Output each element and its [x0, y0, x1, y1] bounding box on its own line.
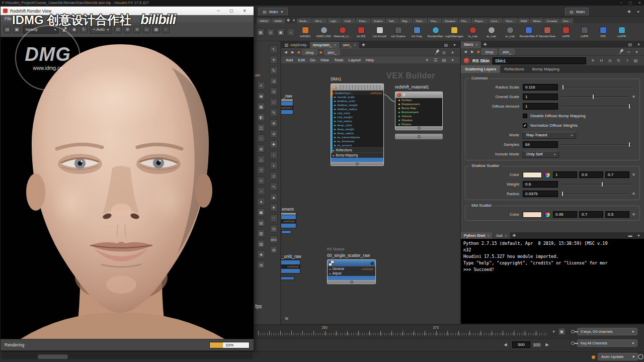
- new-desktop-icon[interactable]: ✚: [625, 8, 633, 16]
- layout-icon[interactable]: ▣: [277, 28, 285, 36]
- network-canvas[interactable]: VEX Builder Skin1 ▸ Scattering L... outC…: [281, 63, 460, 324]
- menu-file[interactable]: File: [5, 15, 12, 22]
- shelf-tab[interactable]: Reds...: [297, 19, 311, 23]
- revert-icon[interactable]: ✳: [632, 95, 635, 99]
- maximize-icon[interactable]: ▢: [629, 0, 632, 6]
- back-icon[interactable]: ◀: [463, 50, 468, 54]
- shelf-tool-ipr[interactable]: IPR: [594, 27, 612, 38]
- viewport-display-icon[interactable]: ◇: [257, 176, 265, 185]
- shelf-tab[interactable]: Ligh...: [328, 19, 341, 23]
- grid-snap-icon[interactable]: ▤: [440, 56, 448, 64]
- viewport-display-icon[interactable]: ◉: [257, 92, 265, 100]
- revert-icon[interactable]: ✳: [632, 212, 635, 217]
- pane-split-icon[interactable]: ▬: [626, 232, 634, 239]
- help-icon[interactable]: ?: [623, 57, 631, 64]
- shelf-tool-or-mat[interactable]: or_mat: [501, 27, 519, 38]
- node-partial-ement-out[interactable]: [281, 230, 291, 234]
- zoom-out-icon[interactable]: ⊖: [133, 26, 141, 33]
- timeline-options-icon[interactable]: ▣: [558, 328, 566, 335]
- pane-menu-icon[interactable]: ▾: [449, 49, 456, 56]
- color-swatch[interactable]: [523, 212, 542, 218]
- shelf-tool-renderman-preset-brow[interactable]: RenderMan Preset Brow...: [519, 27, 538, 38]
- shelf-tool-rs-mat[interactable]: rs_mat: [463, 27, 482, 38]
- param-value-field[interactable]: 1: [523, 103, 558, 110]
- desktop-tab-main[interactable]: ▤ Main ▾: [258, 8, 288, 16]
- new-tab-icon[interactable]: ✚: [481, 41, 489, 48]
- node-footer[interactable]: [328, 280, 375, 284]
- param-tab-bump-mapping[interactable]: Bump Mapping: [528, 65, 564, 73]
- zoom-in-icon[interactable]: ⊕: [124, 26, 131, 33]
- viewport-display-icon[interactable]: ○: [257, 187, 265, 195]
- network-tab-skin[interactable]: skin_ ✕: [340, 42, 360, 48]
- node-title-raw[interactable]: _raw: [283, 94, 292, 99]
- timeline-menu-icon[interactable]: ▾: [550, 328, 557, 335]
- shelf-tab[interactable]: Vell...: [386, 19, 398, 23]
- shelf-tool-haven[interactable]: HAVEN: [296, 27, 314, 38]
- refresh-icon[interactable]: ↻: [80, 26, 88, 33]
- viewport-tool-icon[interactable]: ↕: [270, 151, 278, 159]
- viewport-tool-icon[interactable]: ✚: [270, 140, 278, 148]
- color-component-field[interactable]: 1: [553, 171, 577, 178]
- shelf-tab[interactable]: Visc...: [428, 19, 441, 23]
- viewport-display-icon[interactable]: □: [257, 134, 265, 142]
- menu-item[interactable]: Help: [363, 56, 376, 64]
- step-back-icon[interactable]: ◀: [502, 341, 509, 348]
- close-icon[interactable]: ✕: [334, 43, 336, 47]
- menu-item[interactable]: Add: [283, 56, 295, 64]
- viewport-tool-icon[interactable]: 2: [270, 172, 278, 180]
- viewport-tool-icon[interactable]: ⊙: [270, 87, 278, 96]
- shelf-set-tab[interactable]: ARNO: [257, 19, 271, 23]
- current-frame-field[interactable]: 500: [512, 341, 530, 348]
- node-skin1[interactable]: ▸ Scattering L... outColor overall_scale…: [331, 83, 384, 166]
- node-partial-unlit[interactable]: outColor: [281, 259, 300, 274]
- pin-icon[interactable]: [617, 48, 624, 56]
- close-icon[interactable]: ✕: [354, 43, 356, 47]
- pane-menu-icon[interactable]: ▾: [635, 232, 642, 239]
- viewport-tool-icon[interactable]: ✛: [270, 56, 278, 64]
- pane-menu-icon[interactable]: ▾: [451, 41, 458, 49]
- node-folder-reflections[interactable]: ▸Reflections: [331, 147, 383, 152]
- pane-dropdown-icon[interactable]: ▾: [449, 56, 456, 64]
- shell-tab-python[interactable]: Python Shell ✕: [461, 232, 493, 239]
- minimize-icon[interactable]: ─: [212, 7, 225, 15]
- auto-mode-select[interactable]: < Auto ▾: [90, 26, 112, 34]
- shelf-tab[interactable]: FEM: [518, 19, 530, 23]
- menu-item[interactable]: Go: [307, 56, 318, 64]
- home-icon[interactable]: ⌂: [287, 28, 295, 36]
- node-title-ement[interactable]: ement: [282, 207, 294, 212]
- new-tab-icon[interactable]: ✚: [360, 42, 367, 48]
- menu-item[interactable]: Layout: [346, 56, 363, 64]
- viewport-display-icon[interactable]: ▦: [257, 103, 265, 111]
- viewport-tool-icon[interactable]: abc: [270, 235, 278, 243]
- checkbox[interactable]: [523, 114, 527, 118]
- color-component-field[interactable]: 0.9: [579, 171, 603, 178]
- network-overview-icon[interactable]: ⊞: [283, 315, 290, 322]
- viewport-tool-icon[interactable]: ✎: [270, 109, 278, 117]
- render-canvas[interactable]: [1, 37, 254, 339]
- back-icon[interactable]: ◀: [283, 50, 288, 54]
- viewport-display-icon[interactable]: ●: [257, 198, 265, 206]
- close-icon[interactable]: ✕: [638, 0, 641, 6]
- param-slider[interactable]: [561, 141, 632, 148]
- shelf-tab[interactable]: Wires: [530, 19, 543, 23]
- node-partial-raw[interactable]: outColor: [281, 99, 293, 115]
- viewport-tool-icon[interactable]: ⊕: [270, 119, 278, 127]
- open-floating-panel-icon[interactable]: ▦: [257, 28, 265, 36]
- shelf-tool-init-rs[interactable]: init RS: [352, 27, 370, 38]
- timeline-ruler[interactable]: 250 375: [258, 326, 547, 337]
- compare-ab-icon[interactable]: ▞: [61, 26, 68, 33]
- viewport-tool-icon[interactable]: ▲: [270, 193, 278, 201]
- color-component-field[interactable]: 0.95: [553, 211, 577, 218]
- dropdown-include-mode[interactable]: Only Self▾: [523, 151, 559, 158]
- customize-icon[interactable]: ✕: [423, 56, 431, 64]
- viewport-display-icon[interactable]: ▤: [257, 219, 265, 227]
- viewport-tool-icon[interactable]: ↻: [270, 66, 278, 74]
- viewport-display-icon[interactable]: ◧: [257, 113, 265, 121]
- color-component-field[interactable]: 0.5: [605, 211, 629, 218]
- param-value-field[interactable]: 64: [523, 141, 558, 148]
- breadcrumb-shop[interactable]: shop: [481, 49, 497, 55]
- node-material[interactable]: SurfaceDisplacementBump MapEnvironmentVo…: [395, 92, 443, 130]
- forward-icon[interactable]: ▶: [290, 50, 295, 54]
- menu-item[interactable]: Edit: [295, 56, 307, 64]
- new-tab-icon[interactable]: ✚: [511, 232, 518, 239]
